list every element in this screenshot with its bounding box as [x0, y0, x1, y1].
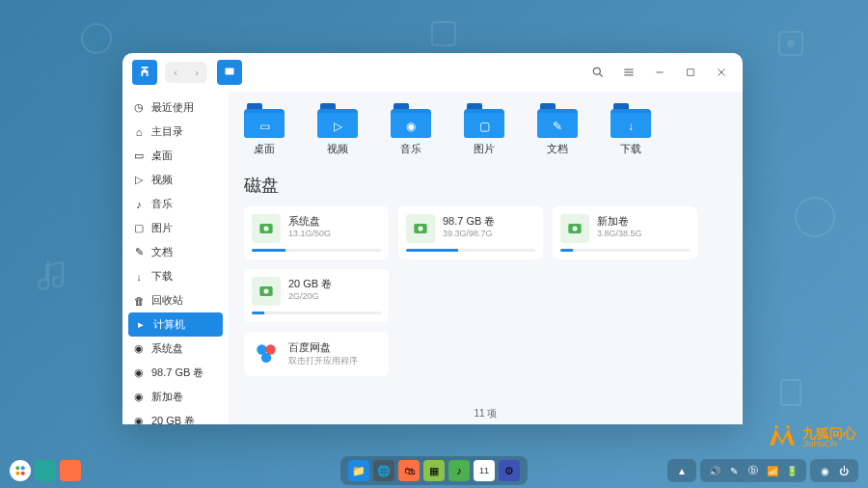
- svg-point-27: [15, 466, 19, 470]
- tray-battery[interactable]: 🔋: [783, 462, 800, 479]
- sidebar-icon: ◉: [132, 366, 146, 380]
- menu-button[interactable]: [617, 61, 640, 84]
- file-manager-window: ‹ › ◷最近使用⌂主目录▭桌面▷视频♪音乐▢图片✎文档↓下载🗑回收站▸计算机◉…: [122, 53, 743, 424]
- tray-power[interactable]: ⏻: [835, 462, 853, 479]
- tray-input[interactable]: ✎: [725, 462, 743, 479]
- sidebar-item-0[interactable]: ◷最近使用: [122, 95, 229, 120]
- disk-0[interactable]: 系统盘13.1G/50G: [244, 206, 389, 259]
- sidebar: ◷最近使用⌂主目录▭桌面▷视频♪音乐▢图片✎文档↓下载🗑回收站▸计算机◉系统盘◉…: [122, 92, 229, 424]
- app-desc: 双击打开应用程序: [288, 355, 381, 367]
- maximize-button[interactable]: [679, 61, 702, 84]
- svg-point-26: [261, 353, 271, 363]
- svg-point-4: [796, 198, 834, 236]
- tray-notification[interactable]: ◉: [816, 462, 833, 479]
- sidebar-label: 计算机: [153, 317, 185, 332]
- dock-music[interactable]: ♪: [448, 460, 470, 481]
- sidebar-item-2[interactable]: ▭桌面: [122, 144, 229, 168]
- taskbar: 📁 🌐 🛍 ▦ ♪ 11 ⚙ ▲ 🔊 ✎ ⓑ 📶 🔋 ◉ ⏻: [0, 453, 868, 488]
- sidebar-label: 下载: [151, 269, 173, 284]
- folder-label: 文档: [547, 142, 568, 156]
- folder-icon: ▭: [244, 103, 285, 138]
- disk-icon: [406, 214, 435, 243]
- folder-文档[interactable]: ✎文档: [537, 103, 578, 156]
- app-baidu-netdisk[interactable]: 百度网盘 双击打开应用程序: [244, 332, 389, 376]
- tray-expand[interactable]: ▲: [673, 462, 691, 479]
- taskbar-app-2[interactable]: [60, 460, 81, 481]
- sidebar-icon: ▷: [132, 174, 146, 187]
- folder-音乐[interactable]: ◉音乐: [391, 103, 431, 156]
- forward-button[interactable]: ›: [186, 62, 207, 83]
- tray-network[interactable]: 📶: [764, 462, 781, 479]
- folder-label: 视频: [327, 142, 348, 156]
- watermark-en: JiuHuCN: [802, 440, 856, 448]
- close-button[interactable]: [710, 61, 733, 84]
- sidebar-item-3[interactable]: ▷视频: [122, 168, 229, 192]
- sidebar-item-11[interactable]: ◉98.7 GB 卷: [122, 361, 229, 385]
- home-button[interactable]: [132, 60, 157, 85]
- svg-point-0: [82, 24, 111, 53]
- sidebar-item-7[interactable]: ↓下载: [122, 264, 229, 288]
- sidebar-icon: ▭: [132, 149, 146, 163]
- dock: 📁 🌐 🛍 ▦ ♪ 11 ⚙: [340, 456, 528, 485]
- disk-3[interactable]: 20 GB 卷2G/20G: [244, 269, 389, 322]
- sidebar-item-10[interactable]: ◉系统盘: [122, 337, 229, 361]
- tray-volume[interactable]: 🔊: [706, 462, 723, 479]
- system-tray: ▲ 🔊 ✎ ⓑ 📶 🔋 ◉ ⏻: [667, 459, 858, 482]
- sidebar-icon: ▸: [134, 318, 148, 332]
- sidebar-icon: ◷: [132, 101, 146, 115]
- watermark-logo: [766, 420, 799, 453]
- sidebar-icon: 🗑: [132, 294, 146, 308]
- disk-icon: [560, 214, 589, 243]
- svg-rect-5: [781, 380, 800, 405]
- dock-store[interactable]: 🛍: [398, 460, 420, 481]
- dock-browser[interactable]: 🌐: [373, 460, 394, 481]
- search-button[interactable]: [586, 61, 610, 84]
- back-button[interactable]: ‹: [165, 62, 186, 83]
- svg-point-29: [15, 472, 19, 475]
- folder-icon: ▷: [317, 103, 358, 138]
- watermark: 九狐问心 JiuHuCN: [766, 420, 856, 453]
- sidebar-label: 视频: [151, 173, 173, 187]
- svg-point-17: [264, 227, 269, 231]
- svg-point-19: [419, 227, 423, 231]
- sidebar-icon: ▢: [132, 222, 146, 235]
- folder-图片[interactable]: ▢图片: [464, 103, 504, 156]
- sidebar-icon: ◉: [132, 342, 146, 356]
- dock-calendar[interactable]: 11: [474, 460, 495, 481]
- watermark-cn: 九狐问心: [802, 426, 856, 440]
- sidebar-item-9[interactable]: ▸计算机: [128, 312, 223, 337]
- sidebar-item-13[interactable]: ◉20 GB 卷: [122, 409, 229, 424]
- sidebar-label: 系统盘: [151, 341, 183, 356]
- dock-settings[interactable]: ⚙: [499, 460, 520, 481]
- sidebar-icon: ↓: [132, 270, 146, 284]
- disk-size: 3.8G/38.5G: [597, 229, 690, 238]
- folder-桌面[interactable]: ▭桌面: [244, 103, 285, 156]
- sidebar-item-6[interactable]: ✎文档: [122, 240, 229, 264]
- sidebar-item-12[interactable]: ◉新加卷: [122, 385, 229, 409]
- taskbar-app-1[interactable]: [35, 460, 56, 481]
- sidebar-icon: ◉: [132, 415, 146, 425]
- titlebar: ‹ ›: [122, 53, 743, 92]
- sidebar-item-1[interactable]: ⌂主目录: [122, 120, 229, 144]
- svg-point-3: [787, 40, 795, 47]
- sidebar-label: 桌面: [151, 149, 173, 163]
- folder-视频[interactable]: ▷视频: [317, 103, 358, 156]
- sidebar-item-4[interactable]: ♪音乐: [122, 192, 229, 216]
- dock-app1[interactable]: ▦: [423, 460, 445, 481]
- launcher-icon[interactable]: [10, 460, 31, 481]
- sidebar-label: 音乐: [151, 197, 173, 211]
- disk-icon: [252, 277, 281, 306]
- disk-1[interactable]: 98.7 GB 卷39.3G/98.7G: [398, 206, 543, 259]
- sidebar-item-8[interactable]: 🗑回收站: [122, 288, 229, 312]
- minimize-button[interactable]: [648, 61, 671, 84]
- sidebar-item-5[interactable]: ▢图片: [122, 216, 229, 240]
- dock-files[interactable]: 📁: [348, 460, 369, 481]
- folder-下载[interactable]: ↓下载: [610, 103, 651, 156]
- disk-2[interactable]: 新加卷3.8G/38.5G: [553, 206, 697, 259]
- folder-label: 图片: [474, 142, 495, 156]
- svg-point-32: [786, 425, 789, 428]
- view-tab[interactable]: [217, 60, 242, 85]
- sidebar-label: 98.7 GB 卷: [151, 366, 203, 380]
- tray-bluetooth[interactable]: ⓑ: [745, 462, 762, 479]
- sidebar-label: 图片: [151, 221, 173, 235]
